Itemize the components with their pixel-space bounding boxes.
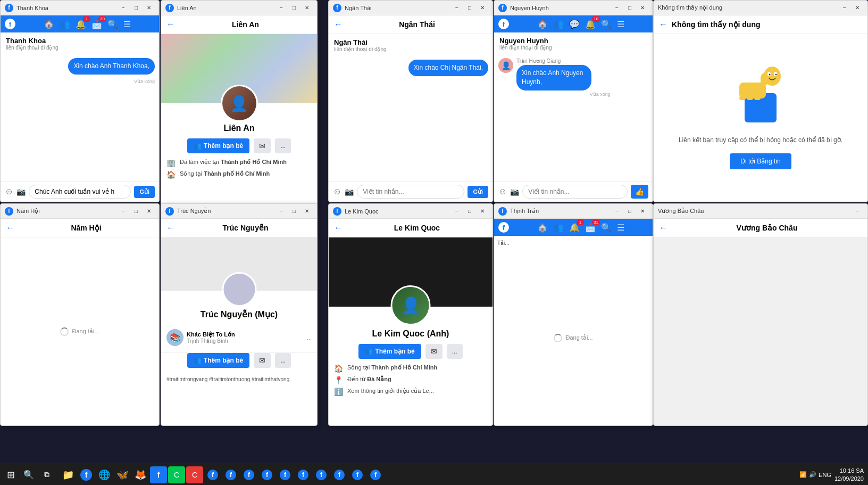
window-controls[interactable]: − □ ✕: [276, 3, 313, 13]
taskbar-app-4[interactable]: 🦊: [132, 466, 149, 483]
minimize-button[interactable]: −: [276, 3, 287, 13]
maximize-button[interactable]: □: [464, 207, 475, 216]
nav-home[interactable]: 🏠: [537, 223, 548, 233]
message-input[interactable]: [522, 185, 628, 199]
nav-notifications[interactable]: 🔔1: [76, 19, 86, 29]
taskbar-app-explorer[interactable]: 📁: [60, 466, 77, 483]
add-friend-button[interactable]: 👥 Thêm bạn bè: [187, 138, 249, 153]
taskbar-app-2[interactable]: 🌐: [96, 466, 113, 483]
minimize-button[interactable]: −: [839, 3, 850, 13]
post-more-button[interactable]: ...: [307, 334, 312, 341]
back-button[interactable]: ←: [334, 20, 343, 29]
message-input[interactable]: [357, 185, 464, 199]
more-button[interactable]: ...: [447, 344, 463, 359]
taskbar-app-7[interactable]: C: [186, 466, 203, 483]
minimize-button[interactable]: −: [118, 3, 129, 13]
taskbar-fb-2[interactable]: f: [222, 466, 239, 483]
window-truc-nguyen[interactable]: f Trúc Nguyễn − □ ✕ ← Trúc Nguyễn Trúc N…: [161, 203, 318, 426]
add-friend-button[interactable]: 👥 Thêm bạn bè: [187, 353, 249, 368]
close-button[interactable]: ✕: [143, 207, 155, 216]
back-button[interactable]: ←: [166, 223, 175, 233]
close-button[interactable]: ✕: [301, 207, 313, 216]
emoji-button[interactable]: ☺: [498, 187, 507, 196]
taskbar-fb-1[interactable]: f: [204, 466, 221, 483]
window-controls[interactable]: − □ ✕: [451, 207, 488, 216]
window-nam-hoi[interactable]: f Năm Hội − □ ✕ ← Năm Hội Đang tải...: [0, 203, 160, 426]
nav-search[interactable]: 🔍: [601, 19, 612, 29]
window-controls[interactable]: − □ ✕: [451, 3, 488, 13]
maximize-button[interactable]: □: [624, 207, 636, 216]
attach-button[interactable]: 📷: [345, 187, 354, 196]
back-button[interactable]: ←: [6, 223, 14, 233]
nav-friends[interactable]: 👥: [60, 19, 70, 29]
window-not-found[interactable]: Không tìm thấy nội dung − ✕ ← Không tìm …: [653, 0, 868, 202]
window-controls[interactable]: −: [852, 207, 863, 216]
taskbar-fb-6[interactable]: f: [295, 466, 312, 483]
message-button[interactable]: ✉: [254, 353, 271, 368]
start-button[interactable]: ⊞: [2, 466, 19, 483]
nav-home[interactable]: 🏠: [44, 19, 54, 29]
emoji-button[interactable]: ☺: [5, 187, 13, 196]
message-button[interactable]: ✉: [254, 138, 271, 153]
nav-notifications[interactable]: 🔔10: [585, 19, 596, 29]
close-button[interactable]: ✕: [852, 3, 863, 13]
minimize-button[interactable]: −: [611, 207, 623, 216]
close-button[interactable]: ✕: [637, 3, 648, 13]
window-thanh-khoa[interactable]: f Thanh Khoa − □ ✕ f 🏠 👥 🔔1 📩20 🔍 ☰: [0, 0, 160, 202]
window-controls[interactable]: − □ ✕: [276, 207, 313, 216]
nav-friends[interactable]: 👥: [553, 223, 564, 233]
maximize-button[interactable]: □: [624, 3, 636, 13]
attach-button[interactable]: 📷: [16, 187, 26, 196]
task-view-button[interactable]: ⧉: [38, 466, 55, 483]
nav-notifications[interactable]: 🔔1: [569, 223, 580, 233]
attach-button[interactable]: 📷: [510, 187, 519, 196]
window-thinh-tran[interactable]: f Thịnh Trần − □ ✕ f 🏠 👥 🔔1 📩31 🔍 ☰: [494, 203, 653, 426]
search-button[interactable]: 🔍: [20, 466, 37, 483]
back-button[interactable]: ←: [659, 223, 667, 233]
back-button[interactable]: ←: [659, 20, 667, 29]
send-button[interactable]: Gửi: [468, 186, 488, 198]
window-controls[interactable]: − □ ✕: [118, 3, 155, 13]
nav-menu[interactable]: ☰: [617, 223, 624, 233]
taskbar-app-1[interactable]: f: [78, 466, 95, 483]
goto-feed-button[interactable]: Đi tới Bảng tin: [730, 153, 791, 169]
close-button[interactable]: ✕: [477, 3, 488, 13]
taskbar-app-5[interactable]: f: [150, 466, 167, 483]
taskbar-fb-4[interactable]: f: [258, 466, 276, 483]
window-ngan-thai[interactable]: f Ngân Thái − □ ✕ ← Ngân Thái Ngân Thái …: [328, 0, 493, 202]
close-button[interactable]: ✕: [477, 207, 488, 216]
taskbar-app-6[interactable]: C: [168, 466, 185, 483]
close-button[interactable]: ✕: [637, 207, 648, 216]
maximize-button[interactable]: □: [288, 207, 300, 216]
message-button[interactable]: ✉: [425, 344, 443, 359]
taskbar-fb-5[interactable]: f: [277, 466, 294, 483]
back-button[interactable]: ←: [334, 223, 343, 233]
message-input[interactable]: [29, 185, 131, 199]
send-button[interactable]: Gửi: [134, 186, 155, 198]
window-nguyen-huynh[interactable]: f Nguyen Huynh − □ ✕ f 🏠 👥 💬 🔔10 🔍 ☰ Ngu…: [494, 0, 653, 202]
nav-search[interactable]: 🔍: [107, 19, 118, 29]
close-button[interactable]: ✕: [143, 3, 155, 13]
nav-home[interactable]: 🏠: [537, 19, 548, 29]
add-friend-button[interactable]: 👥 Thêm bạn bè: [358, 344, 421, 359]
minimize-button[interactable]: −: [276, 207, 287, 216]
taskbar-fb-7[interactable]: f: [313, 466, 330, 483]
taskbar-app-3[interactable]: 🦋: [114, 466, 131, 483]
maximize-button[interactable]: □: [130, 207, 142, 216]
window-controls[interactable]: − □ ✕: [611, 3, 648, 13]
minimize-button[interactable]: −: [451, 207, 463, 216]
minimize-button[interactable]: −: [852, 207, 863, 216]
like-button[interactable]: 👍: [631, 185, 648, 199]
minimize-button[interactable]: −: [611, 3, 623, 13]
maximize-button[interactable]: □: [288, 3, 300, 13]
back-button[interactable]: ←: [166, 20, 175, 29]
emoji-button[interactable]: ☺: [333, 187, 341, 196]
minimize-button[interactable]: −: [118, 207, 129, 216]
nav-menu[interactable]: ☰: [123, 19, 131, 29]
window-controls[interactable]: − ✕: [839, 3, 863, 13]
nav-search[interactable]: 🔍: [601, 223, 612, 233]
maximize-button[interactable]: □: [464, 3, 475, 13]
more-button[interactable]: ...: [275, 353, 291, 368]
nav-messages[interactable]: 📩31: [585, 223, 596, 233]
nav-friends[interactable]: 👥: [553, 19, 564, 29]
